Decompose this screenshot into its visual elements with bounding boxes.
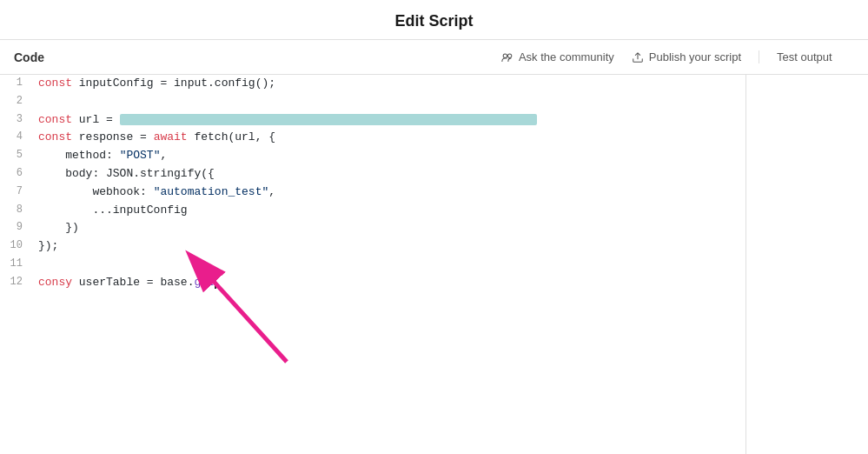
line-number: 1 — [0, 75, 31, 93]
code-table: 1 const inputConfig = input.config(); 2 … — [0, 75, 745, 292]
toolbar: Code Ask the community Publish your scri… — [0, 40, 868, 75]
line-number: 6 — [0, 165, 31, 184]
line-number: 10 — [0, 237, 31, 256]
line-number: 12 — [0, 274, 31, 292]
line-number: 3 — [0, 111, 31, 130]
line-number: 8 — [0, 202, 31, 220]
table-row: 7 webhook: "automation_test", — [0, 184, 745, 202]
line-number: 2 — [0, 93, 31, 111]
svg-point-1 — [507, 54, 511, 57]
publish-script-label: Publish your script — [649, 50, 741, 63]
table-row: 5 method: "POST", — [0, 147, 745, 165]
table-row: 10 }); — [0, 237, 745, 256]
table-row: 3 const url = — [0, 111, 745, 130]
line-code: const inputConfig = input.config(); — [31, 75, 745, 93]
line-code: }) — [31, 219, 745, 237]
community-icon — [501, 51, 514, 63]
line-code: webhook: "automation_test", — [31, 184, 745, 202]
ask-community-button[interactable]: Ask the community — [501, 47, 614, 67]
publish-icon — [632, 51, 644, 63]
line-code: method: "POST", — [31, 147, 745, 165]
table-row: 2 — [0, 93, 745, 111]
editor-area: 1 const inputConfig = input.config(); 2 … — [0, 75, 868, 454]
code-tab-label: Code — [14, 50, 66, 64]
table-row: 1 const inputConfig = input.config(); — [0, 75, 745, 93]
line-code — [31, 93, 745, 111]
line-number: 7 — [0, 184, 31, 202]
line-code: }); — [31, 237, 745, 256]
publish-script-button[interactable]: Publish your script — [632, 47, 741, 67]
table-row: 12 consy userTable = base.get — [0, 274, 745, 292]
line-number: 11 — [0, 256, 31, 274]
svg-point-0 — [503, 54, 507, 57]
test-output-label: Test output — [759, 50, 854, 63]
code-pane[interactable]: 1 const inputConfig = input.config(); 2 … — [0, 75, 746, 454]
page-title: Edit Script — [0, 0, 868, 40]
table-row: 4 const response = await fetch(url, { — [0, 129, 745, 147]
toolbar-actions: Ask the community Publish your script — [66, 47, 759, 67]
line-code: const url = — [31, 111, 745, 130]
table-row: 8 ...inputConfig — [0, 202, 745, 220]
line-number: 5 — [0, 147, 31, 165]
line-code: const response = await fetch(url, { — [31, 129, 745, 147]
table-row: 6 body: JSON.stringify({ — [0, 165, 745, 184]
line-code: ...inputConfig — [31, 202, 745, 220]
line-number: 4 — [0, 129, 31, 147]
ask-community-label: Ask the community — [519, 50, 614, 63]
line-code: consy userTable = base.get — [31, 274, 745, 292]
line-code — [31, 256, 745, 274]
line-number: 9 — [0, 219, 31, 237]
test-output-pane — [746, 75, 868, 454]
line-code: body: JSON.stringify({ — [31, 165, 745, 184]
table-row: 9 }) — [0, 219, 745, 237]
table-row: 11 — [0, 256, 745, 274]
